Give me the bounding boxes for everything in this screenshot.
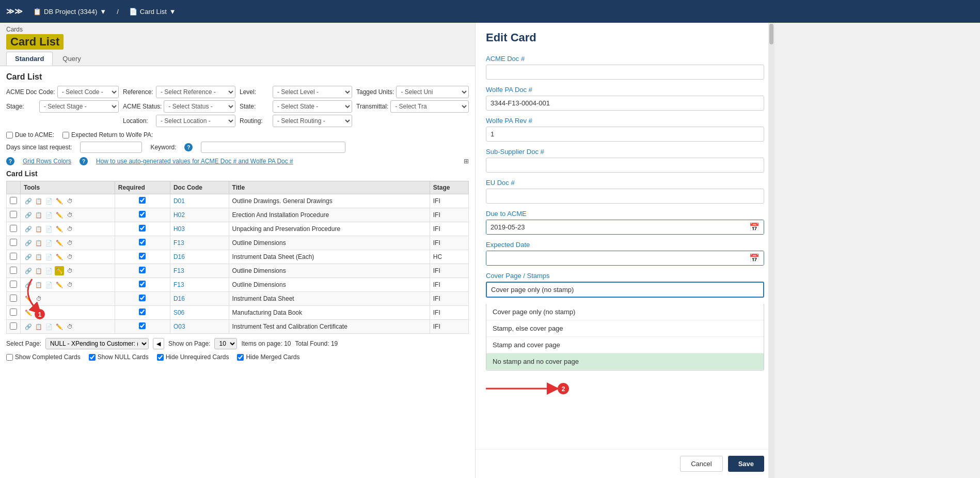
tool-copy-btn[interactable]: 📋 bbox=[34, 280, 43, 289]
tool-copy-btn[interactable]: 📋 bbox=[34, 252, 43, 261]
show-on-page-select[interactable]: 10 bbox=[214, 338, 237, 349]
row-select-checkbox[interactable] bbox=[10, 211, 17, 218]
tool-copy-btn[interactable]: 📋 bbox=[34, 238, 43, 248]
due-to-acme-date-input[interactable] bbox=[486, 220, 745, 234]
required-checkbox[interactable] bbox=[139, 253, 146, 259]
show-completed-checkbox[interactable] bbox=[6, 354, 13, 361]
cover-option-no-stamp[interactable]: Cover page only (no stamp) bbox=[486, 304, 764, 320]
expand-icon[interactable]: ⊞ bbox=[464, 158, 469, 165]
tool-list-btn[interactable]: 📄 bbox=[44, 196, 54, 206]
row-select-checkbox[interactable] bbox=[10, 309, 17, 316]
routing-select[interactable]: - Select Routing - bbox=[273, 115, 352, 127]
tool-list-btn[interactable]: 📄 bbox=[44, 322, 54, 331]
due-to-acme-checkbox-item[interactable]: Due to ACME: bbox=[6, 131, 54, 138]
cancel-button[interactable]: Cancel bbox=[680, 456, 722, 472]
tool-clock-btn[interactable]: ⏱ bbox=[65, 210, 74, 220]
reference-select[interactable]: - Select Reference - bbox=[156, 86, 235, 98]
required-checkbox[interactable] bbox=[139, 322, 146, 329]
row-select-checkbox[interactable] bbox=[10, 295, 17, 302]
wolfe-rev-num-input[interactable] bbox=[486, 127, 764, 142]
sub-supplier-doc-input[interactable] bbox=[486, 158, 764, 173]
tool-edit-btn[interactable]: ✏️ bbox=[24, 308, 33, 317]
select-page-select[interactable]: NULL - XPending to Customer: (+) bbox=[45, 338, 149, 349]
tool-link-btn[interactable]: 🔗 bbox=[24, 196, 33, 206]
stage-select[interactable]: - Select Stage - bbox=[39, 100, 119, 113]
eu-doc-input[interactable] bbox=[486, 189, 764, 204]
acme-doc-num-input[interactable] bbox=[486, 65, 764, 80]
keyword-input[interactable] bbox=[201, 142, 345, 153]
due-to-acme-checkbox[interactable] bbox=[6, 132, 13, 138]
cardlist-nav-item[interactable]: 📄 Card List ▼ bbox=[125, 6, 180, 18]
auto-generated-link[interactable]: How to use auto-generated values for ACM… bbox=[96, 158, 293, 165]
hide-merged-checkbox[interactable] bbox=[237, 354, 244, 361]
tool-link-btn[interactable]: 🔗 bbox=[24, 224, 33, 234]
tool-clock-btn[interactable]: ⏱ bbox=[65, 280, 74, 289]
required-checkbox[interactable] bbox=[139, 295, 146, 301]
wolfe-doc-num-input[interactable] bbox=[486, 96, 764, 111]
tool-link-btn[interactable]: 🔗 bbox=[24, 266, 33, 275]
state-select[interactable]: - Select State - bbox=[273, 100, 352, 113]
cover-page-select[interactable]: Cover page only (no stamp)Stamp, else co… bbox=[486, 282, 764, 298]
pagination-prev-btn[interactable]: ◀ bbox=[153, 338, 164, 349]
tool-copy-btn[interactable]: 📋 bbox=[34, 224, 43, 234]
tool-copy-btn[interactable]: 📋 bbox=[34, 322, 43, 331]
hide-unrequired-checkbox[interactable] bbox=[157, 354, 164, 361]
tool-clock-btn[interactable]: ⏱ bbox=[65, 196, 74, 206]
required-checkbox[interactable] bbox=[139, 239, 146, 245]
cover-option-stamp-and-cover[interactable]: Stamp and cover page bbox=[486, 337, 764, 353]
grid-rows-colors-link[interactable]: Grid Rows Colors bbox=[23, 158, 71, 165]
acme-status-select[interactable]: - Select Status - bbox=[164, 100, 235, 113]
row-select-checkbox[interactable] bbox=[10, 267, 17, 274]
tab-standard[interactable]: Standard bbox=[6, 52, 53, 66]
right-scrollbar[interactable] bbox=[768, 23, 774, 478]
project-nav-item[interactable]: 📋 DB Project (3344) ▼ bbox=[29, 6, 110, 18]
row-select-checkbox[interactable] bbox=[10, 253, 17, 260]
tool-copy-btn[interactable]: 📋 bbox=[34, 196, 43, 206]
due-to-acme-calendar-btn[interactable]: 📅 bbox=[745, 220, 764, 234]
tab-query[interactable]: Query bbox=[54, 52, 89, 66]
show-null-checkbox[interactable] bbox=[89, 354, 96, 361]
expected-date-calendar-btn[interactable]: 📅 bbox=[745, 251, 764, 265]
tagged-units-select[interactable]: - Select Uni bbox=[396, 86, 469, 98]
tool-edit-btn[interactable]: ✏️ bbox=[55, 266, 64, 275]
required-checkbox[interactable] bbox=[139, 197, 146, 204]
days-since-input[interactable] bbox=[80, 142, 142, 153]
tool-copy-btn[interactable]: 📋 bbox=[34, 266, 43, 275]
required-checkbox[interactable] bbox=[139, 211, 146, 218]
tool-clock-btn[interactable]: ⏱ bbox=[65, 252, 74, 261]
required-checkbox[interactable] bbox=[139, 225, 146, 232]
keyword-help-icon[interactable]: ? bbox=[184, 143, 193, 151]
expected-return-checkbox[interactable] bbox=[62, 132, 69, 138]
hide-merged-item[interactable]: Hide Merged Cards bbox=[237, 353, 299, 361]
required-checkbox[interactable] bbox=[139, 267, 146, 273]
tool-clock-btn[interactable]: ⏱ bbox=[65, 322, 74, 331]
tool-list-btn[interactable]: 📄 bbox=[44, 224, 54, 234]
show-completed-item[interactable]: Show Completed Cards bbox=[6, 353, 81, 361]
tool-clock-btn[interactable]: ⏱ bbox=[65, 224, 74, 234]
required-checkbox[interactable] bbox=[139, 281, 146, 287]
cover-option-stamp-else[interactable]: Stamp, else cover page bbox=[486, 320, 764, 337]
acme-doc-code-select[interactable]: - Select Code - bbox=[57, 86, 119, 98]
tool-link-btn[interactable]: 🔗 bbox=[24, 322, 33, 331]
tool-link-btn[interactable]: 🔗 bbox=[24, 280, 33, 289]
location-select[interactable]: - Select Location - bbox=[156, 115, 235, 127]
tool-copy-btn[interactable]: 📋 bbox=[34, 210, 43, 220]
show-null-item[interactable]: Show NULL Cards bbox=[89, 353, 149, 361]
row-select-checkbox[interactable] bbox=[10, 322, 17, 330]
tool-list-btn[interactable]: 📄 bbox=[44, 266, 54, 275]
expected-return-checkbox-item[interactable]: Expected Return to Wolfe PA: bbox=[62, 131, 153, 138]
tool-link-btn[interactable]: 🔗 bbox=[24, 252, 33, 261]
tool-clock-btn[interactable]: ⏱ bbox=[65, 238, 74, 248]
tool-clock-btn[interactable]: ⏱ bbox=[34, 294, 43, 303]
transmittal-select[interactable]: - Select Tra bbox=[390, 100, 469, 113]
tool-edit-btn[interactable]: ✏️ bbox=[55, 322, 64, 331]
hide-unrequired-item[interactable]: Hide Unrequired Cards bbox=[157, 353, 229, 361]
tool-link-btn[interactable]: 🔗 bbox=[24, 238, 33, 248]
tool-list-btn[interactable]: 📄 bbox=[44, 252, 54, 261]
required-checkbox[interactable] bbox=[139, 309, 146, 315]
expected-date-input[interactable] bbox=[486, 251, 745, 265]
save-button[interactable]: Save bbox=[728, 456, 764, 472]
tool-edit-btn[interactable]: ✏️ bbox=[55, 252, 64, 261]
tool-edit-btn[interactable]: ✏️ bbox=[55, 210, 64, 220]
cover-option-no-stamp-no-cover[interactable]: No stamp and no cover page bbox=[486, 353, 764, 370]
